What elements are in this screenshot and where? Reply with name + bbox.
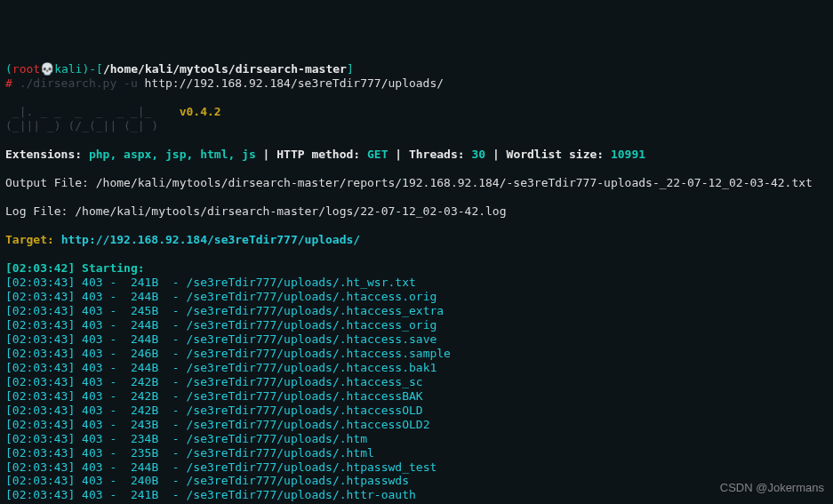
method: GET [367,148,388,161]
result-sep: - [158,432,186,445]
result-ts: [02:03:43] [5,389,75,403]
result-sep: - [158,332,186,346]
result-sep: - [158,460,186,474]
result-ts: [02:03:43] [5,347,75,360]
prompt-host: kali [54,62,82,76]
threads: 30 [471,148,485,161]
result-size: 244B [116,318,158,332]
result-size: 245B [116,304,158,317]
prompt-cwd: /home/kali/mytools/dirsearch-master [103,62,347,76]
result-size: 241B [116,488,158,501]
result-sep: - [158,276,186,289]
version: v0.4.2 [180,105,221,118]
result-path: /se3reTdir777/uploads/.htaccess_extra [187,304,445,317]
watermark: CSDN @Jokermans [720,481,824,495]
result-code: 403 - [75,404,116,417]
result-sep: - [158,290,186,303]
log-file: Log File: /home/kali/mytools/dirsearch-m… [5,204,507,218]
result-sep: - [158,404,186,417]
prompt-bopen: [ [96,62,103,76]
result-size: 244B [116,332,158,346]
result-size: 244B [116,460,158,474]
wordlist-size: 10991 [611,148,645,161]
result-size: 242B [116,404,158,417]
result-size: 240B [116,474,158,487]
result-ts: [02:03:43] [5,361,75,374]
result-code: 403 - [75,474,116,487]
result-path: /se3reTdir777/uploads/.htpasswd_test [187,460,437,474]
result-code: 403 - [75,446,116,460]
result-path: /se3reTdir777/uploads/.htm [187,432,368,445]
result-size: 244B [116,290,158,303]
result-sep: - [158,474,186,487]
result-size: 235B [116,446,158,460]
result-path: /se3reTdir777/uploads/.htaccess.bak1 [187,361,437,374]
result-code: 403 - [75,488,116,501]
result-ts: [02:03:43] [5,318,75,332]
result-ts: [02:03:43] [5,474,75,487]
result-ts: [02:03:43] [5,276,75,289]
starting: [02:03:42] Starting: [5,261,145,275]
cmd-flag: -u [116,76,144,90]
prompt-close: )- [82,62,96,76]
result-sep: - [158,318,186,332]
result-size: 243B [116,418,158,431]
result-ts: [02:03:43] [5,418,75,431]
result-code: 403 - [75,304,116,317]
result-size: 242B [116,375,158,388]
ext-val: php, aspx, jsp, html, js [89,148,256,161]
ascii-logo-line1: _|. _ _ _ _ _ _|_ [5,105,180,118]
result-path: /se3reTdir777/uploads/.htaccessBAK [187,389,423,403]
cmd-bin: ./dirsearch.py [12,76,116,90]
prompt-bclose: ] [347,62,354,76]
result-list: [02:03:43] 403 - 241B - /se3reTdir777/up… [5,276,828,504]
result-code: 403 - [75,276,116,289]
result-size: 234B [116,432,158,445]
result-path: /se3reTdir777/uploads/.htaccess.sample [187,347,451,360]
ascii-logo-line2: (_||| _) (/_(_|| (_| ) [5,119,180,132]
result-code: 403 - [75,389,116,403]
result-ts: [02:03:43] [5,404,75,417]
target-label: Target: [5,233,61,246]
result-sep: - [158,488,186,501]
result-path: /se3reTdir777/uploads/.htaccessOLD [187,404,423,417]
sep1: | [256,148,276,161]
target-url: http://192.168.92.184/se3reTdir777/uploa… [61,233,361,246]
output-file: Output File: /home/kali/mytools/dirsearc… [5,176,813,189]
result-path: /se3reTdir777/uploads/.htaccess.orig [187,290,437,303]
result-path: /se3reTdir777/uploads/.ht_wsr.txt [187,276,416,289]
result-ts: [02:03:43] [5,446,75,460]
result-sep: - [158,304,186,317]
result-code: 403 - [75,290,116,303]
result-sep: - [158,389,186,403]
cmd-url: http://192.168.92.184/se3reTdir777/uploa… [145,76,445,90]
prompt-hash: # [5,76,12,90]
result-path: /se3reTdir777/uploads/.htaccess_orig [187,318,437,332]
result-code: 403 - [75,332,116,346]
result-path: /se3reTdir777/uploads/.htaccessOLD2 [187,418,430,431]
result-ts: [02:03:43] [5,460,75,474]
result-size: 246B [116,347,158,360]
threads-label: Threads: [409,148,471,161]
result-code: 403 - [75,318,116,332]
ext-label: Extensions: [5,148,89,161]
result-ts: [02:03:43] [5,432,75,445]
result-ts: [02:03:43] [5,332,75,346]
result-sep: - [158,375,186,388]
terminal-output[interactable]: (root💀kali)-[/home/kali/mytools/dirsearc… [5,62,828,504]
result-code: 403 - [75,432,116,445]
result-path: /se3reTdir777/uploads/.html [187,446,374,460]
result-ts: [02:03:43] [5,304,75,317]
result-sep: - [158,347,186,360]
result-size: 242B [116,389,158,403]
result-code: 403 - [75,347,116,360]
result-code: 403 - [75,375,116,388]
result-sep: - [158,418,186,431]
result-code: 403 - [75,361,116,374]
result-code: 403 - [75,418,116,431]
wordlist-label: Wordlist size: [507,148,611,161]
sep3: | [485,148,506,161]
result-path: /se3reTdir777/uploads/.htaccess_sc [187,375,423,388]
result-code: 403 - [75,460,116,474]
result-ts: [02:03:43] [5,488,75,501]
